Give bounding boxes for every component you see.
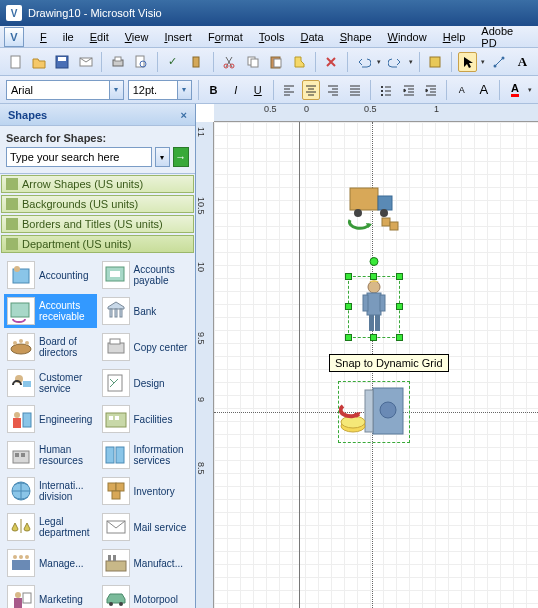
shape-inventory[interactable]: Inventory bbox=[99, 474, 192, 508]
preview-button[interactable] bbox=[132, 52, 151, 72]
open-button[interactable] bbox=[29, 52, 48, 72]
menu-tools[interactable]: Tools bbox=[251, 29, 293, 45]
menu-help[interactable]: Help bbox=[435, 29, 474, 45]
increase-font-button[interactable]: A bbox=[475, 80, 493, 100]
delete-button[interactable] bbox=[322, 52, 341, 72]
pointer-dropdown[interactable]: ▾ bbox=[481, 58, 485, 66]
stencil-department[interactable]: Department (US units) bbox=[1, 235, 194, 253]
undo-dropdown[interactable]: ▾ bbox=[377, 58, 381, 66]
svg-point-10 bbox=[224, 64, 228, 68]
new-button[interactable] bbox=[6, 52, 25, 72]
shape-management[interactable]: Manage... bbox=[4, 546, 97, 580]
menu-shape[interactable]: Shape bbox=[332, 29, 380, 45]
justify-button[interactable] bbox=[346, 80, 364, 100]
shape-legal[interactable]: Legal department bbox=[4, 510, 97, 544]
print-button[interactable] bbox=[108, 52, 127, 72]
shape-mail[interactable]: Mail service bbox=[99, 510, 192, 544]
undo-button[interactable] bbox=[354, 52, 373, 72]
shape-accounts-receivable[interactable]: Accounts receivable bbox=[4, 294, 97, 328]
close-icon[interactable]: × bbox=[181, 109, 187, 121]
stencil-backgrounds[interactable]: Backgrounds (US units) bbox=[1, 195, 194, 213]
shape-bank[interactable]: Bank bbox=[99, 294, 192, 328]
stencil-arrow-shapes[interactable]: Arrow Shapes (US units) bbox=[1, 175, 194, 193]
horizontal-ruler[interactable]: 0.5 0 0.5 1 bbox=[214, 104, 538, 122]
canvas-shape-vault-dragging[interactable] bbox=[339, 382, 409, 442]
resize-handle-sw[interactable] bbox=[345, 334, 352, 341]
stencil-icon bbox=[6, 178, 18, 190]
menu-data[interactable]: Data bbox=[292, 29, 331, 45]
resize-handle-n[interactable] bbox=[370, 273, 377, 280]
font-color-button[interactable]: A bbox=[506, 80, 524, 100]
menu-file[interactable]: File bbox=[32, 29, 82, 45]
shape-board-directors[interactable]: Board of directors bbox=[4, 330, 97, 364]
shape-accounting[interactable]: Accounting bbox=[4, 258, 97, 292]
mail-button[interactable] bbox=[76, 52, 95, 72]
copy-button[interactable] bbox=[243, 52, 262, 72]
align-left-button[interactable] bbox=[280, 80, 298, 100]
menu-window[interactable]: Window bbox=[380, 29, 435, 45]
menu-view[interactable]: View bbox=[117, 29, 157, 45]
canvas-shape-shipping[interactable] bbox=[344, 182, 404, 237]
decrease-indent-button[interactable] bbox=[399, 80, 417, 100]
menu-adobe[interactable]: Adobe PD bbox=[473, 23, 534, 51]
menu-format[interactable]: Format bbox=[200, 29, 251, 45]
text-tool-button[interactable]: A bbox=[513, 52, 532, 72]
resize-handle-nw[interactable] bbox=[345, 273, 352, 280]
vertical-ruler[interactable]: 11 10.5 10 9.5 9 8.5 bbox=[196, 122, 214, 608]
redo-dropdown[interactable]: ▾ bbox=[409, 58, 413, 66]
shape-customer-service[interactable]: Customer service bbox=[4, 366, 97, 400]
canvas[interactable]: Snap to Dynamic Grid bbox=[214, 122, 538, 608]
spelling-button[interactable]: ✓ bbox=[164, 52, 183, 72]
shape-manufacturing[interactable]: Manufact... bbox=[99, 546, 192, 580]
resize-handle-ne[interactable] bbox=[396, 273, 403, 280]
rotation-handle[interactable] bbox=[370, 257, 379, 266]
menu-insert[interactable]: Insert bbox=[156, 29, 200, 45]
shape-engineering[interactable]: Engineering bbox=[4, 402, 97, 436]
stencil-borders-titles[interactable]: Borders and Titles (US units) bbox=[1, 215, 194, 233]
font-color-dropdown[interactable]: ▾ bbox=[528, 86, 532, 94]
increase-indent-button[interactable] bbox=[422, 80, 440, 100]
chevron-down-icon[interactable]: ▾ bbox=[177, 81, 191, 99]
chevron-down-icon[interactable]: ▾ bbox=[109, 81, 123, 99]
search-input[interactable] bbox=[6, 147, 152, 167]
canvas-shape-worker-selected[interactable] bbox=[349, 277, 399, 337]
search-go-button[interactable]: → bbox=[173, 147, 189, 167]
shape-human-resources[interactable]: Human resources bbox=[4, 438, 97, 472]
resize-handle-se[interactable] bbox=[396, 334, 403, 341]
shapes-window-button[interactable] bbox=[426, 52, 445, 72]
align-center-button[interactable] bbox=[302, 80, 320, 100]
shape-facilities[interactable]: Facilities bbox=[99, 402, 192, 436]
connector-tool-button[interactable] bbox=[489, 52, 508, 72]
shape-accounts-payable[interactable]: Accounts payable bbox=[99, 258, 192, 292]
align-right-button[interactable] bbox=[324, 80, 342, 100]
font-selector[interactable]: Arial▾ bbox=[6, 80, 124, 100]
shape-copy-center[interactable]: Copy center bbox=[99, 330, 192, 364]
research-button[interactable] bbox=[187, 52, 206, 72]
paste-button[interactable] bbox=[266, 52, 285, 72]
svg-point-57 bbox=[25, 555, 29, 559]
shape-marketing[interactable]: Marketing bbox=[4, 582, 97, 608]
italic-button[interactable]: I bbox=[227, 80, 245, 100]
cut-button[interactable] bbox=[220, 52, 239, 72]
decrease-font-button[interactable]: A bbox=[453, 80, 471, 100]
shape-design[interactable]: Design bbox=[99, 366, 192, 400]
resize-handle-e[interactable] bbox=[396, 303, 403, 310]
pointer-tool-button[interactable] bbox=[458, 52, 477, 72]
shape-motorpool[interactable]: Motorpool bbox=[99, 582, 192, 608]
search-dropdown[interactable]: ▾ bbox=[155, 147, 170, 167]
app-menu-icon[interactable]: V bbox=[4, 27, 24, 47]
svg-rect-83 bbox=[365, 390, 373, 432]
format-painter-button[interactable] bbox=[290, 52, 309, 72]
shape-international[interactable]: Internati... division bbox=[4, 474, 97, 508]
save-button[interactable] bbox=[53, 52, 72, 72]
bold-button[interactable]: B bbox=[204, 80, 222, 100]
bullets-button[interactable] bbox=[377, 80, 395, 100]
resize-handle-s[interactable] bbox=[370, 334, 377, 341]
shape-information-services[interactable]: Information services bbox=[99, 438, 192, 472]
font-size-selector[interactable]: 12pt.▾ bbox=[128, 80, 192, 100]
resize-handle-w[interactable] bbox=[345, 303, 352, 310]
underline-button[interactable]: U bbox=[249, 80, 267, 100]
redo-button[interactable] bbox=[385, 52, 404, 72]
menu-edit[interactable]: Edit bbox=[82, 29, 117, 45]
svg-rect-77 bbox=[369, 315, 374, 331]
